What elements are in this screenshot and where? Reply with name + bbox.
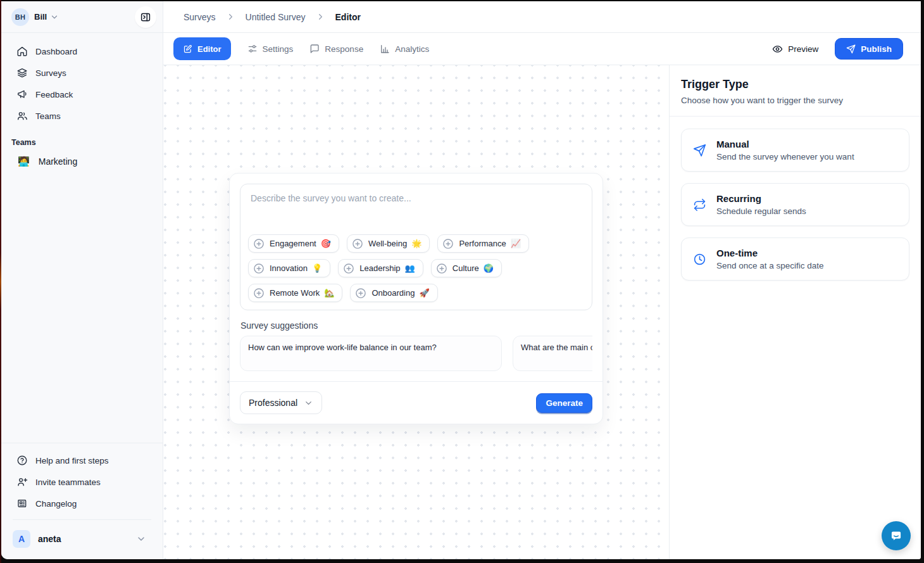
tone-value: Professional — [249, 398, 297, 408]
suggestions-row: How can we improve work-life balance in … — [240, 336, 592, 371]
sidebar: BH Bill Dashboard Surv — [1, 1, 163, 559]
tab-label: Response — [325, 44, 363, 54]
option-description: Send the survey whenever you want — [716, 152, 854, 161]
message-square-icon — [309, 44, 320, 54]
globe-emoji-icon: 🌍 — [484, 263, 494, 273]
technologist-emoji-icon: 🧑‍💻 — [18, 156, 30, 167]
bar-chart-icon — [380, 44, 390, 54]
suggestion-card[interactable]: What are the main obstacles — [513, 336, 592, 371]
target-emoji-icon: 🎯 — [321, 239, 331, 248]
app-window: BH Bill Dashboard Surv — [1, 1, 921, 559]
breadcrumb-surveys[interactable]: Surveys — [184, 12, 216, 22]
busts-emoji-icon: 👥 — [405, 263, 415, 273]
breadcrumb-current: Editor — [335, 12, 361, 22]
chat-launcher-button[interactable] — [882, 521, 911, 550]
chip-engagement[interactable]: Engagement 🎯 — [248, 234, 339, 253]
composer-footer: Professional Generate — [230, 381, 602, 424]
chip-performance[interactable]: Performance 📈 — [437, 234, 529, 253]
sidebar-item-label: Teams — [35, 111, 61, 121]
newspaper-icon — [16, 498, 28, 509]
glowing-star-emoji-icon: 🌟 — [411, 239, 421, 248]
sidebar-collapse-button[interactable] — [135, 6, 156, 28]
user-plus-icon — [16, 476, 28, 488]
tab-label: Analytics — [395, 44, 429, 54]
chevron-down-icon[interactable] — [50, 13, 59, 22]
tab-response[interactable]: Response — [309, 44, 363, 54]
tab-editor[interactable]: Editor — [173, 37, 231, 60]
users-icon — [16, 110, 28, 122]
sidebar-item-invite[interactable]: Invite teammates — [9, 471, 155, 493]
plus-circle-icon — [354, 287, 367, 300]
chevron-right-icon — [316, 12, 325, 22]
tab-analytics[interactable]: Analytics — [380, 44, 429, 54]
sidebar-item-dashboard[interactable]: Dashboard — [9, 41, 155, 62]
breadcrumb-survey-name[interactable]: Untitled Survey — [246, 12, 306, 22]
sidebar-footer: Help and first steps Invite teammates Ch… — [1, 443, 163, 559]
topic-chips: Engagement 🎯 Well-being 🌟 Performance — [248, 234, 584, 302]
chat-bubble-icon — [889, 528, 904, 543]
chip-innovation[interactable]: Innovation 💡 — [248, 259, 330, 277]
option-title: Recurring — [716, 193, 806, 204]
chip-well-being[interactable]: Well-being 🌟 — [347, 234, 430, 253]
tab-label: Editor — [197, 44, 222, 54]
chip-label: Onboarding — [371, 288, 415, 298]
chip-leadership[interactable]: Leadership 👥 — [338, 259, 423, 277]
sidebar-item-label: Changelog — [35, 499, 77, 509]
generate-button[interactable]: Generate — [536, 393, 592, 413]
plus-circle-icon — [253, 262, 265, 275]
house-emoji-icon: 🏡 — [324, 288, 334, 298]
account-switcher[interactable]: A aneta — [9, 525, 155, 555]
screen-frame-left — [0, 0, 1, 563]
plus-circle-icon — [342, 262, 355, 275]
option-description: Schedule regular sends — [716, 206, 806, 216]
input-placeholder: Describe the survey you want to create..… — [251, 193, 582, 203]
home-icon — [16, 46, 28, 57]
trigger-option-manual[interactable]: Manual Send the survey whenever you want — [681, 129, 909, 172]
rocket-emoji-icon: 🚀 — [419, 288, 429, 298]
trigger-option-recurring[interactable]: Recurring Schedule regular sends — [681, 183, 909, 226]
clock-icon — [693, 253, 706, 266]
sliders-icon — [247, 44, 258, 54]
sidebar-nav: Dashboard Surveys Feedback Teams — [1, 33, 163, 129]
workspace-name[interactable]: Bill — [34, 12, 47, 22]
sidebar-item-changelog[interactable]: Changelog — [9, 493, 155, 514]
preview-label: Preview — [788, 44, 818, 54]
account-name: aneta — [38, 534, 61, 544]
chevron-down-icon — [304, 398, 313, 408]
publish-button[interactable]: Publish — [835, 38, 903, 60]
sidebar-item-teams[interactable]: Teams — [9, 105, 155, 127]
layers-icon — [16, 67, 28, 79]
workspace-avatar[interactable]: BH — [11, 8, 29, 26]
chip-onboarding[interactable]: Onboarding 🚀 — [350, 284, 437, 302]
chip-label: Culture — [453, 263, 479, 273]
chip-culture[interactable]: Culture 🌍 — [431, 259, 502, 277]
tone-select[interactable]: Professional — [240, 391, 322, 414]
tab-settings[interactable]: Settings — [247, 44, 294, 54]
plus-circle-icon — [253, 287, 265, 300]
chip-label: Engagement — [270, 239, 316, 248]
team-name: Marketing — [39, 156, 77, 167]
sidebar-item-feedback[interactable]: Feedback — [9, 84, 155, 105]
panel-toggle-icon — [140, 11, 151, 23]
sidebar-item-help[interactable]: Help and first steps — [9, 450, 155, 471]
plus-circle-icon — [442, 237, 454, 250]
main-area: Surveys Untitled Survey Editor Editor — [163, 1, 921, 559]
trigger-option-one-time[interactable]: One-time Send once at a specific date — [681, 237, 909, 281]
option-title: Manual — [716, 139, 854, 149]
editor-canvas[interactable]: Describe the survey you want to create..… — [163, 65, 669, 559]
survey-description-input[interactable]: Describe the survey you want to create..… — [240, 184, 592, 310]
chevron-right-icon — [226, 12, 235, 22]
preview-button[interactable]: Preview — [772, 44, 818, 54]
publish-label: Publish — [861, 44, 892, 54]
plus-circle-icon — [351, 237, 364, 250]
chip-label: Innovation — [270, 263, 308, 273]
chip-label: Remote Work — [270, 288, 320, 298]
sidebar-item-label: Invite teammates — [35, 478, 101, 487]
sidebar-item-surveys[interactable]: Surveys — [9, 62, 155, 84]
megaphone-icon — [16, 89, 28, 100]
suggestion-card[interactable]: How can we improve work-life balance in … — [240, 336, 502, 371]
sidebar-team-marketing[interactable]: 🧑‍💻 Marketing — [9, 151, 155, 172]
panel-subtitle: Choose how you want to trigger the surve… — [681, 96, 909, 105]
chip-remote-work[interactable]: Remote Work 🏡 — [248, 284, 342, 302]
breadcrumb: Surveys Untitled Survey Editor — [163, 1, 921, 33]
